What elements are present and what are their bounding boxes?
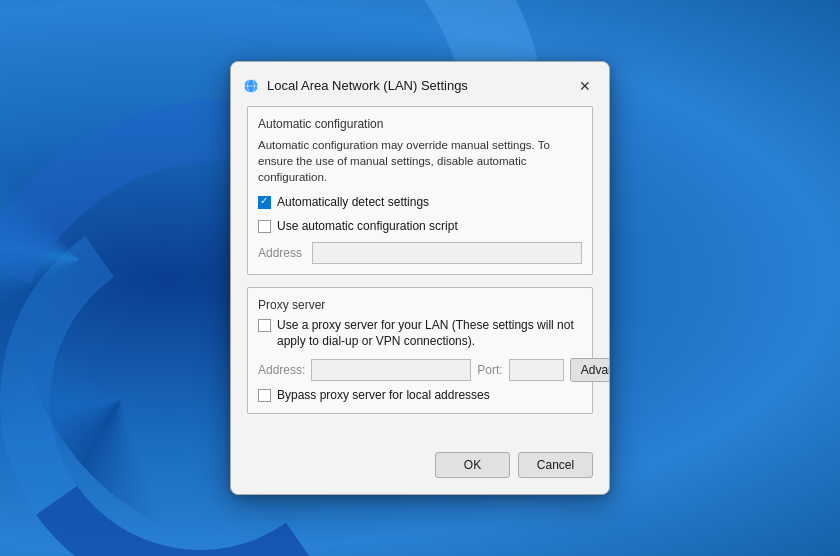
bypass-checkbox[interactable]	[258, 389, 271, 402]
close-button[interactable]: ✕	[573, 74, 597, 98]
dialog-footer: OK Cancel	[231, 442, 609, 494]
auto-config-title: Automatic configuration	[258, 117, 582, 131]
bypass-label: Bypass proxy server for local addresses	[277, 388, 490, 404]
proxy-server-title: Proxy server	[258, 298, 582, 312]
proxy-port-input[interactable]	[509, 359, 564, 381]
proxy-port-label: Port:	[477, 363, 502, 377]
bypass-row: Bypass proxy server for local addresses	[258, 388, 582, 404]
lan-settings-dialog: Local Area Network (LAN) Settings ✕ Auto…	[230, 61, 610, 495]
auto-script-checkbox[interactable]	[258, 220, 271, 233]
use-proxy-row: Use a proxy server for your LAN (These s…	[258, 318, 582, 349]
network-icon	[243, 78, 259, 94]
proxy-address-label: Address:	[258, 363, 305, 377]
auto-config-address-input[interactable]	[312, 242, 582, 264]
auto-config-section: Automatic configuration Automatic config…	[247, 106, 593, 275]
proxy-server-section: Proxy server Use a proxy server for your…	[247, 287, 593, 414]
auto-detect-row: Automatically detect settings	[258, 195, 582, 211]
dialog-content: Automatic configuration Automatic config…	[231, 106, 609, 442]
auto-config-address-row: Address	[258, 242, 582, 264]
auto-config-address-label: Address	[258, 246, 306, 260]
proxy-address-input[interactable]	[311, 359, 471, 381]
dialog-overlay: Local Area Network (LAN) Settings ✕ Auto…	[0, 0, 840, 556]
auto-detect-checkbox[interactable]	[258, 196, 271, 209]
use-proxy-label: Use a proxy server for your LAN (These s…	[277, 318, 582, 349]
title-bar: Local Area Network (LAN) Settings ✕	[231, 62, 609, 106]
dialog-title: Local Area Network (LAN) Settings	[267, 78, 468, 93]
cancel-button[interactable]: Cancel	[518, 452, 593, 478]
auto-script-row: Use automatic configuration script	[258, 219, 582, 235]
proxy-address-row: Address: Port: Advanced	[258, 358, 582, 382]
title-bar-left: Local Area Network (LAN) Settings	[243, 78, 468, 94]
use-proxy-checkbox[interactable]	[258, 319, 271, 332]
auto-detect-label: Automatically detect settings	[277, 195, 429, 211]
auto-config-description: Automatic configuration may override man…	[258, 137, 582, 185]
advanced-button[interactable]: Advanced	[570, 358, 610, 382]
ok-button[interactable]: OK	[435, 452, 510, 478]
auto-script-label: Use automatic configuration script	[277, 219, 458, 235]
